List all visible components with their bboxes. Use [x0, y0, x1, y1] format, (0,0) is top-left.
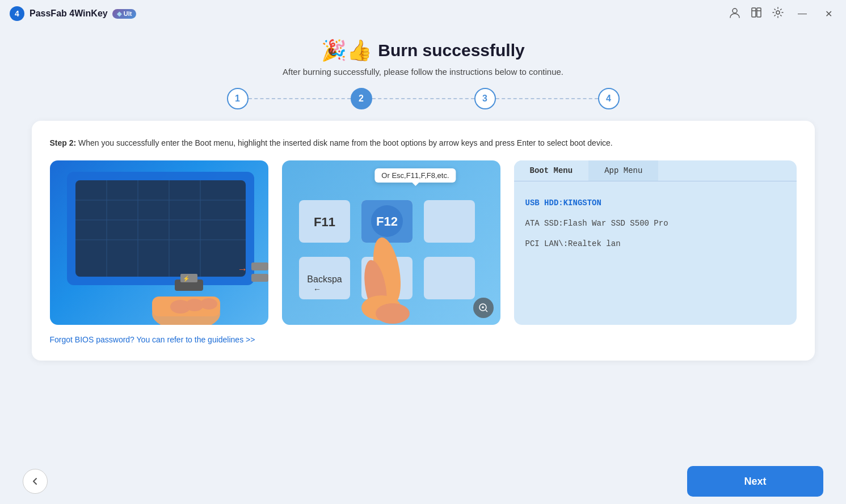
next-button[interactable]: Next — [687, 466, 823, 497]
back-button[interactable] — [23, 469, 48, 494]
svg-rect-17 — [251, 262, 268, 270]
step-description: Step 2: When you successfully enter the … — [50, 137, 797, 149]
page-header: 🎉👍 Burn successfully After burning succe… — [283, 39, 563, 77]
page-subtitle: After burning successfully, please follo… — [283, 67, 563, 77]
svg-rect-18 — [251, 274, 268, 282]
step-line-3 — [496, 98, 598, 99]
step-2: 2 — [351, 88, 372, 109]
boot-menu-illustration: Boot Menu App Menu USB HDD:KINGSTON ATA … — [514, 160, 797, 325]
svg-text:⚡: ⚡ — [183, 275, 190, 282]
boot-item-ssd: ATA SSD:Flash War SSD S500 Pro — [525, 213, 785, 234]
svg-text:→: → — [237, 264, 247, 275]
app-badge: Ult — [112, 9, 137, 19]
step-progress: 1 2 3 4 — [227, 88, 620, 109]
boot-tab-app-menu[interactable]: App Menu — [588, 160, 658, 181]
step-label: Step 2: — [50, 138, 77, 147]
svg-point-2 — [733, 9, 737, 13]
step-description-text: When you successfully enter the Boot men… — [76, 138, 613, 147]
step-4: 4 — [598, 88, 620, 109]
svg-line-47 — [486, 310, 487, 312]
step-line-1 — [249, 98, 351, 99]
svg-rect-9 — [75, 180, 246, 277]
boot-tab-boot-menu[interactable]: Boot Menu — [514, 160, 589, 181]
svg-rect-3 — [752, 8, 756, 17]
images-row: → ⚡ Or Esc — [50, 160, 797, 325]
titlebar: 4 PassFab 4WinKey Ult — ✕ — [0, 0, 846, 27]
bios-link[interactable]: Forgot BIOS password? You can refer to t… — [50, 335, 255, 344]
svg-rect-4 — [757, 8, 761, 17]
keyboard-svg: F11 F12 Backspa ← — [282, 160, 500, 325]
boot-menu-body: USB HDD:KINGSTON ATA SSD:Flash War SSD S… — [514, 181, 797, 265]
usb-laptop-svg: → ⚡ — [50, 160, 268, 325]
app-title: PassFab 4WinKey — [30, 9, 108, 19]
close-button[interactable]: ✕ — [820, 6, 837, 22]
svg-text:Backspa: Backspa — [307, 274, 342, 284]
minimize-button[interactable]: — — [793, 6, 811, 21]
user-icon[interactable] — [729, 6, 741, 22]
zoom-button[interactable] — [473, 298, 494, 318]
celebrate-icon: 🎉👍 — [321, 39, 372, 62]
svg-point-43 — [376, 303, 410, 324]
main-content: 🎉👍 Burn successfully After burning succe… — [0, 27, 846, 372]
page-title: Burn successfully — [378, 41, 524, 60]
step-line-2 — [372, 98, 474, 99]
svg-text:F12: F12 — [376, 214, 398, 228]
svg-text:4: 4 — [15, 9, 19, 18]
keyboard-illustration: Or Esc,F11,F,F8,etc. F11 — [282, 160, 500, 325]
svg-text:←: ← — [313, 285, 321, 294]
boot-item-lan: PCI LAN\:Realtek lan — [525, 234, 785, 254]
svg-rect-30 — [424, 200, 475, 243]
usb-illustration: → ⚡ — [50, 160, 268, 325]
step-1: 1 — [227, 88, 249, 109]
boot-tabs: Boot Menu App Menu — [514, 160, 797, 181]
boot-item-usb[interactable]: USB HDD:KINGSTON — [525, 193, 785, 213]
book-icon[interactable] — [750, 6, 763, 22]
app-logo: 4 — [9, 6, 25, 22]
instruction-card: Step 2: When you successfully enter the … — [32, 121, 815, 361]
titlebar-actions: — ✕ — [729, 6, 837, 22]
step-3: 3 — [474, 88, 496, 109]
svg-point-27 — [200, 298, 217, 310]
settings-icon[interactable] — [772, 6, 784, 22]
svg-rect-33 — [424, 257, 475, 299]
bottom-bar: Next — [0, 459, 846, 504]
svg-point-7 — [776, 11, 780, 14]
svg-text:F11: F11 — [314, 215, 335, 229]
